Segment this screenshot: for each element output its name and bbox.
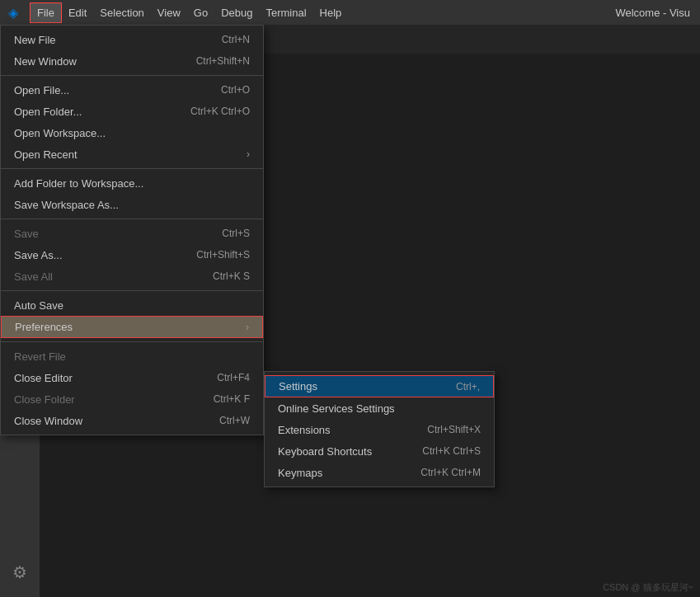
menu-bar: ◈ File Edit Selection View Go Debug Term… <box>0 0 700 25</box>
vscode-logo: ◈ <box>3 5 23 21</box>
menu-close-editor[interactable]: Close Editor Ctrl+F4 <box>1 367 263 388</box>
menu-auto-save[interactable]: Auto Save <box>1 294 263 316</box>
menu-save-workspace-as[interactable]: Save Workspace As... <box>1 194 263 215</box>
menu-go[interactable]: Go <box>187 3 214 22</box>
file-menu-dropdown: New File Ctrl+N New Window Ctrl+Shift+N … <box>0 25 264 435</box>
menu-open-file[interactable]: Open File... Ctrl+O <box>1 79 263 101</box>
watermark: CSDN @ 猫多玩星河~ <box>603 581 693 594</box>
submenu-online-services[interactable]: Online Services Settings <box>265 397 494 419</box>
dropdown-container: New File Ctrl+N New Window Ctrl+Shift+N … <box>0 25 264 435</box>
separator <box>1 168 263 169</box>
menu-open-folder[interactable]: Open Folder... Ctrl+K Ctrl+O <box>1 101 263 122</box>
menu-open-workspace[interactable]: Open Workspace... <box>1 122 263 143</box>
menu-open-recent[interactable]: Open Recent › <box>1 143 263 165</box>
menu-view[interactable]: View <box>151 3 187 22</box>
menu-file[interactable]: File <box>30 2 62 23</box>
menu-new-window[interactable]: New Window Ctrl+Shift+N <box>1 50 263 72</box>
submenu-extensions[interactable]: Extensions Ctrl+Shift+X <box>265 419 494 440</box>
menu-save-all: Save All Ctrl+K S <box>1 266 263 287</box>
submenu-keymaps[interactable]: Keymaps Ctrl+K Ctrl+M <box>265 462 494 483</box>
submenu-keyboard-shortcuts[interactable]: Keyboard Shortcuts Ctrl+K Ctrl+S <box>265 440 494 462</box>
menu-close-window[interactable]: Close Window Ctrl+W <box>1 410 263 431</box>
submenu-settings[interactable]: Settings Ctrl+, <box>265 375 494 397</box>
menu-revert-file: Revert File <box>1 346 263 367</box>
menu-add-folder[interactable]: Add Folder to Workspace... <box>1 172 263 194</box>
menu-help[interactable]: Help <box>313 3 349 22</box>
separator <box>1 290 263 291</box>
menu-save-as[interactable]: Save As... Ctrl+Shift+S <box>1 244 263 266</box>
separator <box>1 219 263 219</box>
menu-selection[interactable]: Selection <box>93 3 150 22</box>
menu-save: Save Ctrl+S <box>1 223 263 244</box>
separator <box>1 75 263 76</box>
preferences-submenu: Settings Ctrl+, Online Services Settings… <box>264 371 495 487</box>
separator <box>1 341 263 342</box>
menu-edit[interactable]: Edit <box>62 3 93 22</box>
menu-terminal[interactable]: Terminal <box>259 3 312 22</box>
settings-gear-icon[interactable]: ⚙ <box>5 557 35 587</box>
menu-preferences[interactable]: Preferences › <box>1 316 263 338</box>
menu-debug[interactable]: Debug <box>214 3 259 22</box>
window-title: Welcome - Visu <box>615 7 690 19</box>
menu-new-file[interactable]: New File Ctrl+N <box>1 29 263 50</box>
menu-close-folder: Close Folder Ctrl+K F <box>1 388 263 410</box>
